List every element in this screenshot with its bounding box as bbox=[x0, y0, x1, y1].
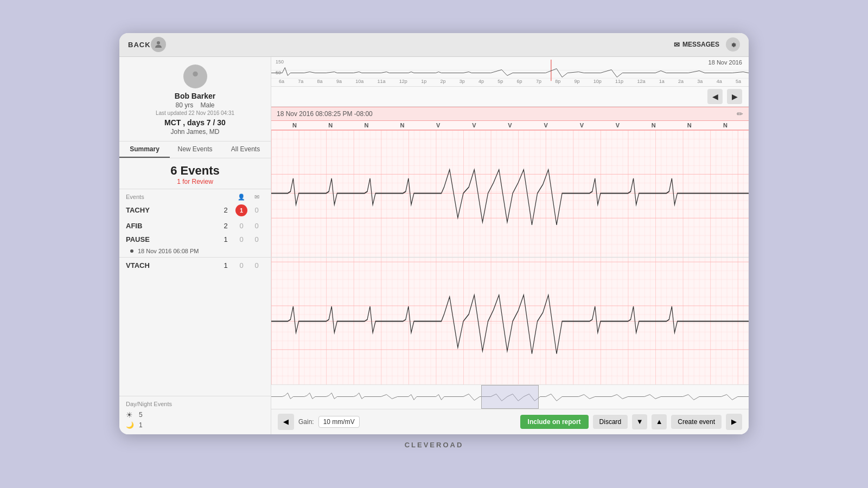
timeline-labels: 6a 7a 8a 9a 10a 11a 12p 1p 2p 3p 4p 5p 6… bbox=[271, 79, 749, 84]
ecg-waveform-svg bbox=[271, 130, 749, 384]
night-count: 1 bbox=[139, 421, 143, 429]
app-window: BACK ✉ MESSAGES bbox=[119, 33, 749, 434]
event-name-pause: PAUSE bbox=[126, 235, 218, 243]
tl-3p: 3p bbox=[459, 79, 465, 84]
next-strip-button[interactable]: ▶ bbox=[726, 414, 742, 430]
ecg-navigation: ◀ ▶ bbox=[707, 89, 742, 104]
beat-V6: V bbox=[599, 122, 635, 129]
tl-4p: 4p bbox=[478, 79, 484, 84]
prev-button[interactable]: ◀ bbox=[707, 89, 723, 104]
tl-4a: 4a bbox=[717, 79, 722, 84]
tl-10a: 10a bbox=[355, 79, 363, 84]
table-divider bbox=[119, 257, 271, 258]
tab-new-events[interactable]: New Events bbox=[170, 142, 220, 158]
patient-details: 80 yrs Male bbox=[175, 101, 214, 109]
settings-button[interactable] bbox=[726, 37, 740, 52]
event-row-vtach[interactable]: VTACH 1 0 0 bbox=[119, 259, 271, 272]
tl-6a: 6a bbox=[279, 79, 284, 84]
footer-brand: CLEVEROAD bbox=[398, 434, 470, 455]
thumbnail-highlight[interactable] bbox=[481, 385, 539, 409]
down-arrow-button[interactable]: ▼ bbox=[632, 414, 647, 429]
tl-9p: 9p bbox=[575, 79, 580, 84]
event-row-tachy[interactable]: TACHY 2 1 0 bbox=[119, 202, 271, 219]
tab-bar: Summary New Events All Events bbox=[119, 142, 271, 158]
tl-8p: 8p bbox=[555, 79, 560, 84]
moon-icon: 🌙 bbox=[126, 421, 136, 429]
tl-1p: 1p bbox=[421, 79, 426, 84]
event-col2-vtach: 0 bbox=[234, 261, 249, 269]
sun-icon: ☀ bbox=[126, 410, 136, 419]
event-col3-vtach: 0 bbox=[249, 261, 264, 269]
beat-V3: V bbox=[492, 122, 528, 129]
event-count-tachy: 2 bbox=[218, 206, 234, 214]
tab-all-events[interactable]: All Events bbox=[220, 142, 271, 158]
patient-mct: MCT , days 7 / 30 bbox=[164, 118, 226, 127]
event-row-afib[interactable]: AFIB 2 0 0 bbox=[119, 219, 271, 233]
prev-strip-button[interactable]: ◀ bbox=[278, 414, 294, 430]
next-button[interactable]: ▶ bbox=[727, 89, 742, 104]
tl-5p: 5p bbox=[497, 79, 503, 84]
event-name-tachy: TACHY bbox=[126, 206, 218, 214]
ecg-main-area bbox=[271, 130, 749, 384]
sidebar: Bob Barker 80 yrs Male Last updated 22 N… bbox=[119, 57, 271, 434]
include-report-button[interactable]: Include on report bbox=[520, 415, 589, 429]
tl-9a: 9a bbox=[336, 79, 342, 84]
right-panel: 18 Nov 2016 150 50 bbox=[271, 57, 749, 434]
beat-V5: V bbox=[564, 122, 599, 129]
envelope-header-icon: ✉ bbox=[249, 194, 264, 201]
events-col-label: Events bbox=[126, 194, 218, 200]
patient-info: Bob Barker 80 yrs Male Last updated 22 N… bbox=[119, 57, 271, 142]
create-event-button[interactable]: Create event bbox=[671, 415, 722, 429]
day-night-section: Day/Night Events ☀ 5 🌙 1 bbox=[119, 396, 271, 434]
beat-N7: N bbox=[707, 122, 743, 129]
back-button[interactable]: BACK bbox=[128, 41, 151, 49]
discard-button[interactable]: Discard bbox=[593, 415, 628, 429]
up-arrow-button[interactable]: ▲ bbox=[652, 414, 667, 429]
beat-N1: N bbox=[277, 122, 312, 129]
pause-sub-event[interactable]: 18 Nov 2016 06:08 PM bbox=[119, 246, 271, 256]
event-count-vtach: 1 bbox=[218, 261, 234, 269]
beat-N5: N bbox=[636, 122, 672, 129]
events-for-review: 1 for Review bbox=[126, 178, 264, 185]
tl-6p: 6p bbox=[517, 79, 522, 84]
ecg-thumbnail-strip bbox=[271, 384, 749, 409]
ecg-date-label: 18 Nov 2016 bbox=[709, 59, 742, 66]
edit-icon[interactable]: ✏ bbox=[737, 110, 743, 118]
beat-N4: N bbox=[384, 122, 420, 129]
beat-V4: V bbox=[528, 122, 564, 129]
tab-summary[interactable]: Summary bbox=[119, 142, 170, 158]
tl-12a: 12a bbox=[637, 79, 645, 84]
event-badge-tachy: 1 bbox=[235, 204, 247, 216]
tl-12p: 12p bbox=[399, 79, 407, 84]
events-table: Events 👤 ✉ TACHY 2 1 0 bbox=[119, 189, 271, 396]
y-label-150: 150 bbox=[276, 59, 284, 65]
event-row-pause[interactable]: PAUSE 1 0 0 bbox=[119, 233, 271, 246]
tl-2p: 2p bbox=[440, 79, 445, 84]
events-summary: 6 Events 1 for Review bbox=[119, 158, 271, 189]
y-label-50: 50 bbox=[276, 70, 284, 75]
night-events-row: 🌙 1 bbox=[126, 420, 264, 430]
event-col2-afib: 0 bbox=[234, 222, 249, 230]
day-night-title: Day/Night Events bbox=[126, 401, 264, 407]
patient-last-updated: Last updated 22 Nov 2016 04:31 bbox=[156, 110, 234, 116]
main-content: Bob Barker 80 yrs Male Last updated 22 N… bbox=[119, 57, 749, 434]
events-table-header: Events 👤 ✉ bbox=[119, 192, 271, 202]
svg-point-0 bbox=[157, 41, 160, 44]
tl-8a: 8a bbox=[317, 79, 323, 84]
event-name-afib: AFIB bbox=[126, 222, 218, 230]
events-count: 6 Events bbox=[126, 164, 264, 178]
patient-name: Bob Barker bbox=[175, 92, 215, 100]
svg-point-1 bbox=[193, 71, 197, 76]
gain-label: Gain: bbox=[298, 418, 314, 426]
tl-7p: 7p bbox=[536, 79, 541, 84]
beat-N2: N bbox=[312, 122, 348, 129]
gain-value: 10 mm/mV bbox=[318, 416, 360, 428]
timeline-strip: 18 Nov 2016 150 50 bbox=[271, 57, 749, 87]
beat-labels-row: N N N N V V V V V V N N N bbox=[271, 121, 749, 130]
tl-1a: 1a bbox=[659, 79, 665, 84]
event-header-bar: 18 Nov 2016 08:08:25 PM -08:00 ✏ bbox=[271, 107, 749, 121]
tl-11p: 11p bbox=[615, 79, 623, 84]
user-avatar bbox=[151, 37, 166, 52]
beat-N3: N bbox=[348, 122, 384, 129]
messages-button[interactable]: ✉ MESSAGES bbox=[674, 41, 719, 49]
